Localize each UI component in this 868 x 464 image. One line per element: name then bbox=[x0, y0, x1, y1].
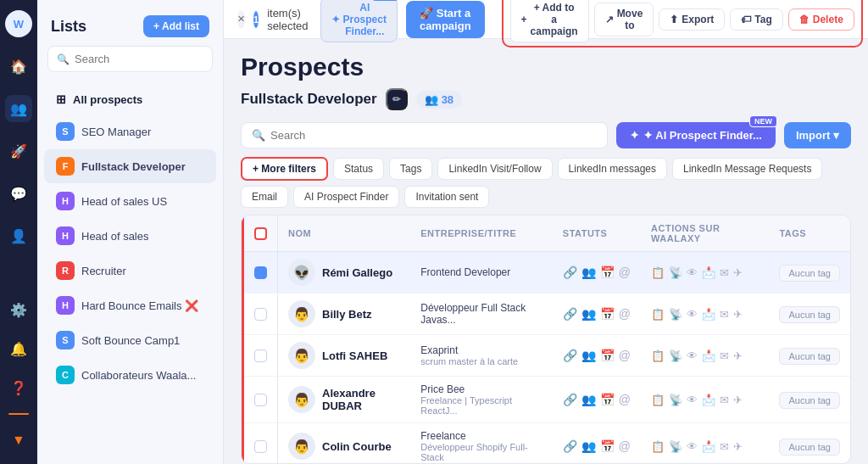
filter-tab-ai-prospect[interactable]: AI Prospect Finder bbox=[293, 186, 399, 208]
calendar-icon[interactable]: 📅 bbox=[600, 393, 615, 406]
people-icon[interactable]: 👥 bbox=[581, 349, 596, 362]
sidebar-messages-icon[interactable]: 💬 bbox=[5, 180, 32, 207]
tag-value: Aucun tag bbox=[779, 439, 840, 456]
action-eye-icon[interactable]: 👁 bbox=[687, 440, 698, 453]
action-send-icon[interactable]: ✈ bbox=[733, 308, 743, 321]
action-signal-icon[interactable]: 📡 bbox=[669, 308, 682, 321]
delete-button[interactable]: 🗑 Delete bbox=[788, 8, 854, 31]
filter-tab-email[interactable]: Email bbox=[241, 186, 288, 208]
filter-tab-linkedin-requests[interactable]: LinkedIn Message Requests bbox=[672, 158, 822, 180]
close-button[interactable]: ✕ bbox=[237, 10, 245, 29]
sidebar-item-hard-bounce[interactable]: H Hard Bounce Emails ❌ bbox=[44, 288, 216, 322]
action-clipboard-icon[interactable]: 📋 bbox=[651, 349, 665, 362]
action-send-icon[interactable]: ✈ bbox=[733, 266, 743, 279]
people-icon[interactable]: 👥 bbox=[581, 439, 596, 453]
action-envelope-icon[interactable]: 📩 bbox=[702, 349, 715, 362]
link-icon[interactable]: 🔗 bbox=[563, 266, 577, 279]
filter-tab-linkedin-visit[interactable]: LinkedIn Visit/Follow bbox=[437, 158, 552, 180]
email-icon[interactable]: @ bbox=[619, 349, 631, 362]
add-list-button[interactable]: + Add list bbox=[143, 15, 209, 37]
sidebar-item-head-of-sales-us[interactable]: H Head of sales US bbox=[44, 184, 216, 218]
action-clipboard-icon[interactable]: 📋 bbox=[651, 440, 665, 453]
lists-search-input[interactable] bbox=[75, 53, 203, 65]
action-envelope-icon[interactable]: 📩 bbox=[702, 394, 715, 406]
calendar-icon[interactable]: 📅 bbox=[600, 266, 615, 279]
sidebar-campaigns-icon[interactable]: 🚀 bbox=[5, 137, 32, 165]
sidebar-collapse-icon[interactable]: ▼ bbox=[5, 427, 32, 454]
action-signal-icon[interactable]: 📡 bbox=[669, 349, 682, 362]
add-to-campaign-button[interactable]: + + Add to a campaign bbox=[510, 0, 589, 42]
sidebar-lists-icon[interactable]: 👥 bbox=[5, 95, 32, 122]
main-search-input[interactable] bbox=[270, 129, 597, 142]
action-send-icon[interactable]: ✈ bbox=[733, 349, 743, 362]
sidebar-settings-icon[interactable]: ⚙️ bbox=[5, 296, 32, 323]
email-icon[interactable]: @ bbox=[619, 307, 631, 321]
sidebar-avatar[interactable]: W bbox=[5, 10, 32, 37]
ai-prospect-finder-topbar-button[interactable]: ✦ AI Prospect Finder... NEW bbox=[320, 0, 398, 42]
link-icon[interactable]: 🔗 bbox=[563, 307, 577, 321]
action-mail-icon[interactable]: ✉ bbox=[720, 349, 729, 362]
filter-tab-tags[interactable]: Tags bbox=[389, 158, 432, 180]
tag-button[interactable]: 🏷 Tag bbox=[730, 8, 782, 31]
action-envelope-icon[interactable]: 📩 bbox=[702, 266, 715, 279]
row-checkbox[interactable] bbox=[254, 266, 267, 279]
action-mail-icon[interactable]: ✉ bbox=[720, 440, 729, 453]
sidebar-item-soft-bounce[interactable]: S Soft Bounce Camp1 bbox=[44, 323, 216, 357]
action-send-icon[interactable]: ✈ bbox=[733, 440, 743, 453]
calendar-icon[interactable]: 📅 bbox=[600, 307, 615, 321]
sidebar-item-all-prospects[interactable]: ⊞ All prospects bbox=[44, 85, 216, 114]
link-icon[interactable]: 🔗 bbox=[563, 393, 577, 406]
action-clipboard-icon[interactable]: 📋 bbox=[651, 308, 665, 321]
calendar-icon[interactable]: 📅 bbox=[600, 439, 615, 453]
action-mail-icon[interactable]: ✉ bbox=[720, 266, 729, 279]
import-button[interactable]: Import ▾ bbox=[784, 122, 851, 148]
action-eye-icon[interactable]: 👁 bbox=[687, 394, 698, 406]
row-name-cell: 👨 Lotfi SAHEB bbox=[278, 335, 411, 377]
sidebar-item-seo-manager[interactable]: S SEO Manager bbox=[44, 115, 216, 148]
email-icon[interactable]: @ bbox=[619, 439, 631, 453]
action-mail-icon[interactable]: ✉ bbox=[720, 394, 729, 406]
action-mail-icon[interactable]: ✉ bbox=[720, 308, 729, 321]
export-button[interactable]: ⬆ Export bbox=[659, 8, 725, 31]
action-eye-icon[interactable]: 👁 bbox=[687, 308, 698, 321]
sidebar-notifications-icon[interactable]: 🔔 bbox=[5, 335, 32, 362]
calendar-icon[interactable]: 📅 bbox=[600, 349, 615, 362]
people-icon[interactable]: 👥 bbox=[581, 266, 596, 279]
action-signal-icon[interactable]: 📡 bbox=[669, 440, 682, 453]
action-send-icon[interactable]: ✈ bbox=[733, 394, 743, 406]
start-campaign-button[interactable]: 🚀 Start a campaign bbox=[406, 1, 485, 38]
link-icon[interactable]: 🔗 bbox=[563, 439, 577, 453]
sidebar-item-collaborateurs[interactable]: C Collaborateurs Waala... bbox=[44, 358, 216, 392]
ai-prospect-finder-button[interactable]: ✦ ✦ AI Prospect Finder... NEW bbox=[616, 122, 776, 148]
edit-list-button[interactable]: ✏ bbox=[386, 88, 408, 110]
more-filters-button[interactable]: + More filters bbox=[241, 157, 328, 181]
action-clipboard-icon[interactable]: 📋 bbox=[651, 266, 665, 279]
row-checkbox[interactable] bbox=[254, 440, 267, 453]
action-signal-icon[interactable]: 📡 bbox=[669, 266, 682, 279]
action-eye-icon[interactable]: 👁 bbox=[687, 266, 698, 279]
filter-tab-status[interactable]: Status bbox=[333, 158, 384, 180]
action-clipboard-icon[interactable]: 📋 bbox=[651, 394, 665, 406]
action-envelope-icon[interactable]: 📩 bbox=[702, 308, 715, 321]
action-signal-icon[interactable]: 📡 bbox=[669, 394, 682, 406]
sidebar-help-icon[interactable]: ❓ bbox=[5, 374, 32, 401]
action-envelope-icon[interactable]: 📩 bbox=[702, 440, 715, 453]
filter-tab-invitation[interactable]: Invitation sent bbox=[404, 186, 489, 208]
sidebar-home-icon[interactable]: 🏠 bbox=[5, 53, 32, 80]
row-checkbox[interactable] bbox=[254, 308, 267, 321]
sidebar-item-fullstack-developer[interactable]: F Fullstack Developer bbox=[44, 149, 216, 183]
row-checkbox[interactable] bbox=[254, 349, 267, 362]
row-checkbox[interactable] bbox=[254, 394, 267, 406]
filter-tab-linkedin-messages[interactable]: LinkedIn messages bbox=[558, 158, 667, 180]
people-icon[interactable]: 👥 bbox=[581, 307, 596, 321]
sidebar-contacts-icon[interactable]: 👤 bbox=[5, 222, 32, 249]
email-icon[interactable]: @ bbox=[619, 393, 631, 406]
email-icon[interactable]: @ bbox=[619, 266, 631, 279]
people-icon[interactable]: 👥 bbox=[581, 393, 596, 406]
sidebar-item-head-of-sales[interactable]: H Head of sales bbox=[44, 219, 216, 253]
action-eye-icon[interactable]: 👁 bbox=[687, 349, 698, 362]
header-checkbox[interactable] bbox=[254, 227, 267, 240]
move-to-button[interactable]: ↗ Move to bbox=[594, 3, 654, 36]
sidebar-item-recruiter[interactable]: R Recruiter bbox=[44, 254, 216, 288]
link-icon[interactable]: 🔗 bbox=[563, 349, 577, 362]
